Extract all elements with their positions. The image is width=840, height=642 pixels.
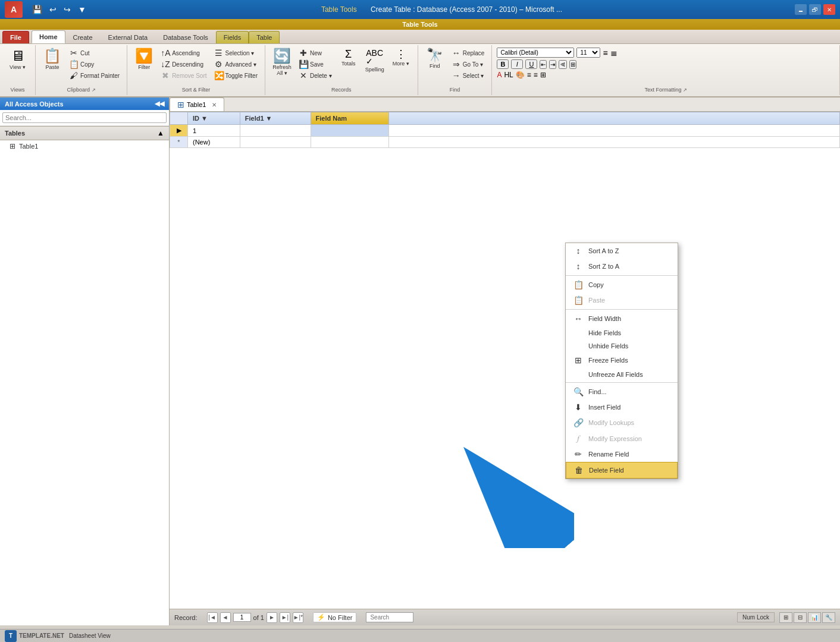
ctx-freeze-fields[interactable]: ⊞ Freeze Fields xyxy=(566,353,678,368)
tab-external-data[interactable]: External Data xyxy=(101,31,156,43)
ctx-insert-field-label: Insert Field xyxy=(588,404,620,411)
column-header-fieldnam[interactable]: Field Nam xyxy=(311,112,389,125)
next-record-btn[interactable]: ► xyxy=(267,612,277,623)
tab-database-tools[interactable]: Database Tools xyxy=(155,31,216,43)
customize-quick-btn[interactable]: ▼ xyxy=(76,4,89,15)
save-record-button[interactable]: 💾Save xyxy=(296,59,334,70)
redo-quick-btn[interactable]: ↪ xyxy=(61,4,73,15)
ctx-delete-field[interactable]: 🗑 Delete Field xyxy=(566,462,678,479)
tab-create[interactable]: Create xyxy=(65,31,101,43)
design-view-btn[interactable]: 🔧 xyxy=(822,612,835,623)
column-header-id[interactable]: ID ▼ xyxy=(188,112,240,125)
close-tab-button[interactable]: ✕ xyxy=(212,102,217,108)
paste-button[interactable]: 📋 Paste xyxy=(40,48,64,71)
totals-button[interactable]: Σ Totals xyxy=(337,48,361,68)
tab-home[interactable]: Home xyxy=(32,30,65,43)
gridlines-btn[interactable]: ⊞ xyxy=(540,71,546,79)
align-center-btn[interactable]: ≡ xyxy=(527,71,531,79)
ctx-copy-icon: 📋 xyxy=(573,280,584,289)
highlight-btn[interactable]: HL xyxy=(504,71,513,79)
outdent-button[interactable]: ⇥ xyxy=(549,60,556,69)
filter-button[interactable]: 🔽 Filter xyxy=(132,48,156,71)
delete-record-button[interactable]: ✕Delete ▾ xyxy=(296,70,334,81)
datasheet-view-btn[interactable]: ⊞ xyxy=(779,612,792,623)
cell-id-1[interactable]: 1 xyxy=(188,125,240,137)
undo-quick-btn[interactable]: ↩ xyxy=(47,4,59,15)
underline-button[interactable]: U xyxy=(525,59,537,69)
font-family-select[interactable]: Calibri (Detail) xyxy=(497,48,574,58)
ctx-copy[interactable]: 📋 Copy xyxy=(566,277,678,292)
record-number-input[interactable] xyxy=(233,613,251,622)
tab-table[interactable]: Table xyxy=(249,31,280,43)
tab-file[interactable]: File xyxy=(2,31,29,43)
ctx-sort-z-a[interactable]: ↕ Sort Z to A xyxy=(566,259,678,274)
list-btn-1[interactable]: ≡ xyxy=(603,48,607,58)
cell-id-new[interactable]: (New) xyxy=(188,137,240,148)
close-button[interactable]: ✕ xyxy=(823,4,835,15)
select-button[interactable]: →Select ▾ xyxy=(449,70,487,81)
ctx-unfreeze-fields[interactable]: Unfreeze All Fields xyxy=(566,368,678,381)
find-button[interactable]: 🔭 Find xyxy=(423,48,447,70)
first-record-btn[interactable]: |◄ xyxy=(207,612,218,623)
list-btn-2[interactable]: ≣ xyxy=(610,48,618,58)
more-button[interactable]: ⋮ More ▾ xyxy=(389,48,413,68)
italic-button[interactable]: I xyxy=(511,59,523,69)
ctx-sort-a-z[interactable]: ↕ Sort A to Z xyxy=(566,243,678,259)
cell-field1-1[interactable] xyxy=(240,125,311,137)
selection-button[interactable]: ☰Selection ▾ xyxy=(212,48,260,58)
remove-sort-button[interactable]: ✖Remove Sort xyxy=(158,70,209,81)
descending-button[interactable]: ↓ZDescending xyxy=(158,59,209,70)
align-right-btn[interactable]: ≡ xyxy=(534,71,538,79)
last-record-btn[interactable]: ►| xyxy=(280,612,290,623)
sidebar-expand-btn[interactable]: ◀◀ xyxy=(155,100,164,108)
save-quick-btn[interactable]: 💾 xyxy=(30,4,45,15)
pivot-chart-btn[interactable]: 📊 xyxy=(808,612,821,623)
ctx-find[interactable]: 🔍 Find... xyxy=(566,384,678,399)
ctx-sort-za-label: Sort Z to A xyxy=(588,263,619,270)
prev-record-btn[interactable]: ◄ xyxy=(220,612,231,623)
table1-tab[interactable]: ⊞ Table1 ✕ xyxy=(170,97,224,111)
copy-button[interactable]: 📋Copy xyxy=(67,59,122,70)
bold-button[interactable]: B xyxy=(497,59,509,69)
ctx-rename-field[interactable]: ✏ Rename Field xyxy=(566,446,678,462)
column-header-extra[interactable] xyxy=(389,112,840,125)
view-button[interactable]: 🖥 View ▾ xyxy=(6,48,30,71)
ascending-button[interactable]: ↑AAscending xyxy=(158,48,209,58)
new-record-nav-btn[interactable]: ►|* xyxy=(293,612,303,623)
ctx-hide-fields[interactable]: Hide Fields xyxy=(566,326,678,339)
maximize-button[interactable]: 🗗 xyxy=(809,4,821,15)
toggle-filter-button[interactable]: 🔀Toggle Filter xyxy=(212,70,260,81)
format-painter-button[interactable]: 🖌Format Painter xyxy=(67,70,122,81)
refresh-all-button[interactable]: 🔄 RefreshAll ▾ xyxy=(270,48,294,77)
minimize-button[interactable]: 🗕 xyxy=(795,4,807,15)
shading-btn[interactable]: 🎨 xyxy=(516,71,525,79)
ctx-insert-field[interactable]: ⬇ Insert Field xyxy=(566,399,678,415)
goto-button[interactable]: ⇒Go To ▾ xyxy=(449,59,487,70)
pivot-table-btn[interactable]: ⊟ xyxy=(794,612,807,623)
cell-fieldnam-new[interactable] xyxy=(311,137,389,148)
sort-filter-content: 🔽 Filter ↑AAscending ↓ZDescending ✖Remov… xyxy=(132,48,260,84)
advanced-button[interactable]: ⚙Advanced ▾ xyxy=(212,59,260,70)
search-input[interactable] xyxy=(2,112,167,123)
indent-button[interactable]: ⇤ xyxy=(540,60,547,69)
font-size-select[interactable]: 11 xyxy=(576,48,600,58)
new-record-button[interactable]: ✚New xyxy=(296,48,334,58)
sidebar-item-table1[interactable]: ⊞ Table1 xyxy=(0,140,169,152)
search-status-input[interactable] xyxy=(366,612,413,622)
office-button[interactable]: A xyxy=(5,1,23,18)
ctx-unhide-fields[interactable]: Unhide Fields xyxy=(566,339,678,353)
cut-button[interactable]: ✂Cut xyxy=(67,48,122,58)
spelling-button[interactable]: ABC✓ Spelling xyxy=(363,48,387,74)
cell-fieldnam-1[interactable] xyxy=(311,125,389,137)
filter-status[interactable]: ⚡ No Filter xyxy=(313,612,357,622)
align-left-button[interactable]: ⫷ xyxy=(559,60,567,69)
tab-fields[interactable]: Fields xyxy=(216,31,249,43)
cell-field1-new[interactable] xyxy=(240,137,311,148)
ctx-field-width[interactable]: ↔ Field Width xyxy=(566,311,678,326)
column-header-field1[interactable]: Field1 ▼ xyxy=(240,112,311,125)
replace-button[interactable]: ↔Replace xyxy=(449,48,487,58)
tables-collapse-btn[interactable]: ▲ xyxy=(157,129,164,137)
grid-btn[interactable]: ⊞ xyxy=(569,60,576,69)
svg-line-1 xyxy=(479,465,550,548)
font-color-btn[interactable]: A xyxy=(497,71,502,79)
